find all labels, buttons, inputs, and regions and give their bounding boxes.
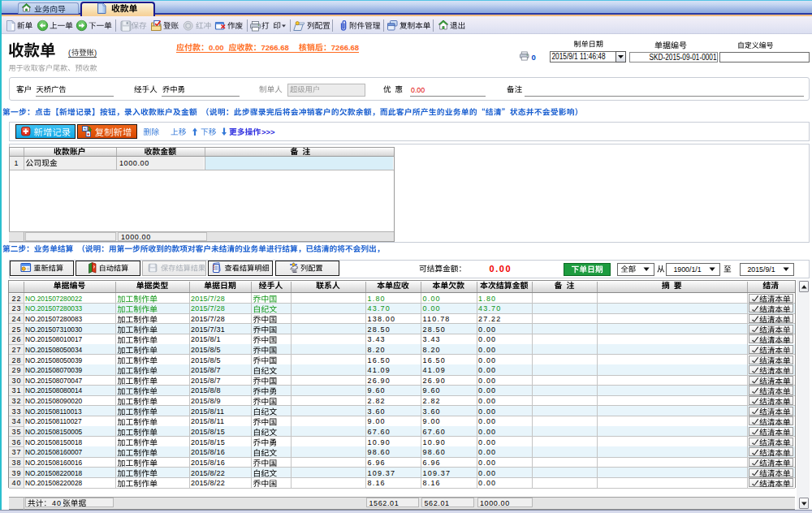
svg-text:25: 25 — [11, 325, 21, 334]
svg-text:109.37: 109.37 — [368, 469, 396, 477]
svg-text:3.60: 3.60 — [423, 407, 441, 416]
svg-text:2.82: 2.82 — [423, 397, 441, 405]
svg-text:34: 34 — [11, 417, 21, 425]
svg-text:0.00: 0.00 — [478, 417, 496, 425]
svg-text:0.00: 0.00 — [478, 397, 496, 405]
svg-text:NO.201508090020: NO.201508090020 — [25, 397, 83, 405]
svg-text:41.09: 41.09 — [368, 366, 391, 374]
svg-text:0.00: 0.00 — [478, 438, 496, 446]
svg-text:67.60: 67.60 — [368, 428, 391, 436]
svg-text:NO.201508050034: NO.201508050034 — [25, 346, 83, 354]
svg-text:7266.68: 7266.68 — [331, 43, 359, 52]
svg-text:0.00: 0.00 — [478, 407, 496, 416]
svg-text:8.16: 8.16 — [423, 479, 441, 487]
svg-text:3.43: 3.43 — [368, 335, 386, 343]
svg-text:1: 1 — [15, 159, 19, 167]
svg-text:0.00: 0.00 — [478, 377, 496, 385]
svg-text:9.60: 9.60 — [423, 386, 441, 394]
svg-text:NO.201508110013: NO.201508110013 — [25, 407, 82, 416]
svg-text:NO.201507280033: NO.201507280033 — [25, 304, 83, 313]
svg-text:8.20: 8.20 — [368, 346, 386, 354]
svg-text:38: 38 — [11, 459, 21, 467]
svg-text:0.00: 0.00 — [423, 295, 441, 303]
svg-text:562.01: 562.01 — [425, 499, 450, 507]
svg-text:109.37: 109.37 — [423, 469, 451, 477]
svg-text:2015/8/7: 2015/8/7 — [191, 366, 221, 374]
svg-text:9.00: 9.00 — [368, 417, 386, 425]
svg-text:2015/8/5: 2015/8/5 — [191, 346, 221, 354]
svg-text:2.82: 2.82 — [368, 397, 386, 405]
svg-text:16.50: 16.50 — [368, 356, 391, 364]
svg-text:10.90: 10.90 — [423, 438, 447, 446]
svg-text:2015/8/5: 2015/8/5 — [191, 356, 221, 364]
svg-text:27.22: 27.22 — [478, 315, 502, 323]
svg-text:6.96: 6.96 — [423, 459, 441, 467]
svg-text:NO.201508070047: NO.201508070047 — [25, 377, 83, 385]
svg-text:10.90: 10.90 — [368, 438, 391, 446]
svg-text:NO.201508160016: NO.201508160016 — [25, 459, 83, 467]
svg-text:138.00: 138.00 — [368, 315, 396, 323]
svg-text:28.50: 28.50 — [368, 325, 391, 334]
svg-text:>>>: >>> — [261, 127, 275, 136]
svg-text:1900/1/1: 1900/1/1 — [673, 265, 701, 274]
svg-text:NO.201508080014: NO.201508080014 — [25, 386, 83, 394]
svg-text:36: 36 — [11, 438, 21, 446]
svg-text:2015/7/28: 2015/7/28 — [191, 304, 225, 313]
svg-text:1000.00: 1000.00 — [121, 233, 151, 241]
svg-text:9.60: 9.60 — [368, 386, 386, 394]
svg-text:26.90: 26.90 — [368, 377, 391, 385]
svg-text:40: 40 — [11, 479, 21, 487]
svg-text:26.90: 26.90 — [423, 377, 447, 385]
svg-text:NO.201508010017: NO.201508010017 — [25, 335, 83, 343]
svg-text:NO.201508050039: NO.201508050039 — [25, 356, 83, 364]
svg-text:1.80: 1.80 — [368, 295, 386, 303]
svg-text:31: 31 — [11, 386, 21, 394]
svg-text:2015/7/28: 2015/7/28 — [191, 315, 225, 323]
svg-text:98.60: 98.60 — [368, 448, 391, 456]
svg-text:0.00: 0.00 — [478, 386, 496, 394]
svg-text:2015/8/22: 2015/8/22 — [191, 469, 225, 477]
svg-text:2015/8/11: 2015/8/11 — [191, 417, 224, 425]
svg-text:41.09: 41.09 — [423, 366, 447, 374]
svg-text:32: 32 — [11, 397, 21, 405]
svg-text:2015/8/16: 2015/8/16 — [191, 448, 225, 456]
svg-text:43.70: 43.70 — [478, 304, 502, 313]
svg-text:NO.201508150018: NO.201508150018 — [25, 438, 83, 446]
svg-text:22: 22 — [11, 295, 21, 303]
svg-text:8.16: 8.16 — [368, 479, 386, 487]
svg-text:67.60: 67.60 — [423, 428, 447, 436]
svg-text:2015/8/22: 2015/8/22 — [191, 479, 225, 487]
svg-text:(: ( — [68, 48, 71, 57]
svg-text:2015/8/15: 2015/8/15 — [191, 428, 225, 436]
svg-text:8.20: 8.20 — [423, 346, 441, 354]
svg-text:98.60: 98.60 — [423, 448, 447, 456]
svg-text:NO.201507310030: NO.201507310030 — [25, 325, 83, 334]
svg-text:0.00: 0.00 — [478, 428, 496, 436]
svg-text:1000.00: 1000.00 — [119, 159, 149, 167]
svg-text:NO.201507280083: NO.201507280083 — [25, 315, 83, 323]
svg-text:39: 39 — [11, 469, 21, 477]
svg-text:2015/9/1: 2015/9/1 — [747, 265, 775, 274]
svg-text:110.78: 110.78 — [423, 315, 451, 323]
svg-text:0.00: 0.00 — [490, 264, 512, 274]
svg-text:2015/8/15: 2015/8/15 — [191, 438, 225, 446]
svg-text:26: 26 — [11, 335, 21, 343]
svg-text:0.00: 0.00 — [478, 469, 496, 477]
svg-text:37: 37 — [11, 448, 21, 456]
svg-text:0.00: 0.00 — [478, 448, 496, 456]
svg-text:NO.201508160007: NO.201508160007 — [25, 448, 83, 456]
svg-text:0.00: 0.00 — [209, 43, 224, 52]
svg-text:43.70: 43.70 — [368, 304, 391, 313]
svg-text:2015/8/9: 2015/8/9 — [191, 397, 221, 405]
svg-text:): ) — [94, 48, 97, 57]
svg-text:35: 35 — [11, 428, 21, 436]
svg-text:NO.201508070039: NO.201508070039 — [25, 366, 83, 374]
svg-text:NO.201507280022: NO.201507280022 — [25, 295, 83, 303]
svg-text:NO.201508220028: NO.201508220028 — [25, 479, 83, 487]
svg-text:2015/8/16: 2015/8/16 — [191, 459, 225, 467]
svg-text:0.00: 0.00 — [423, 304, 441, 313]
svg-text:16.50: 16.50 — [423, 356, 447, 364]
svg-text:2015/9/1 11:46:48: 2015/9/1 11:46:48 — [552, 52, 606, 61]
svg-text:0.00: 0.00 — [478, 479, 496, 487]
svg-text:2015/8/1: 2015/8/1 — [191, 335, 221, 343]
